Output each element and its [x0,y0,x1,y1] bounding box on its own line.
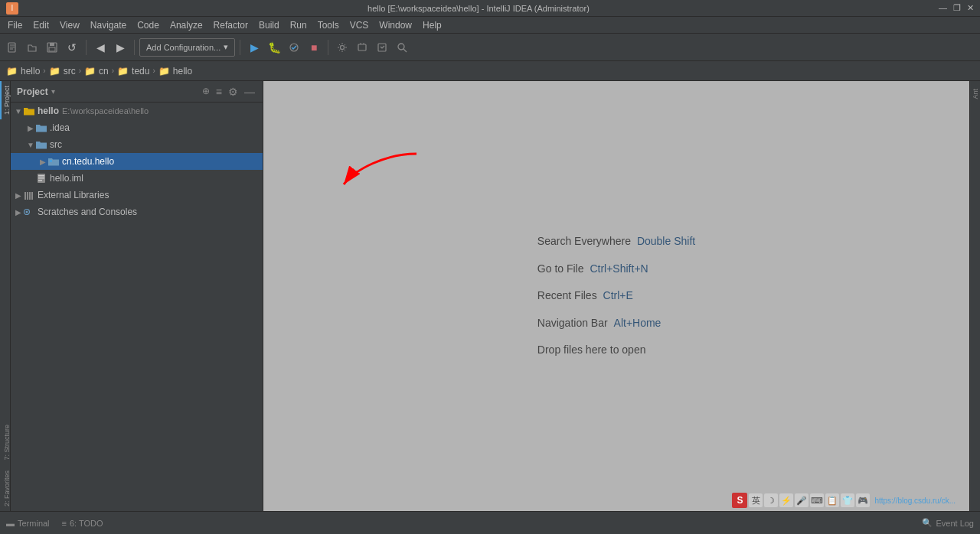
sync-btn[interactable]: ↺ [63,38,81,57]
settings-icon[interactable]: ⚙ [227,84,240,99]
scratches-icon [23,206,35,218]
navigation-bar: 📁 hello › 📁 src › 📁 cn › 📁 tedu › 📁 hell… [0,61,980,81]
ant-tab[interactable]: Ant [970,84,981,104]
toggle-package[interactable]: ▶ [38,158,47,166]
tree-row[interactable]: ▼ hello E:\workspaceidea\hello [11,103,263,119]
run-btn[interactable]: ▶ [245,38,263,57]
terminal-status[interactable]: ▬ Terminal [6,519,50,528]
tree-row[interactable]: ▶ cn.tedu.hello [11,153,263,170]
ime-moon-icon[interactable]: ☽ [764,493,778,507]
toggle-scratches[interactable]: ▶ [14,208,23,217]
tree-row[interactable]: ▶ External Libraries [11,187,263,204]
menu-navigate[interactable]: Navigate [86,18,131,32]
library-icon [23,189,35,201]
ime-lang-icon[interactable]: 英 [749,493,763,507]
app-icon: I [6,2,18,15]
tree-label: cn.tedu.hello [62,156,114,167]
recent-files-hint: Recent Files Ctrl+E [537,288,695,304]
toggle-idea[interactable]: ▶ [26,124,35,132]
nav-hello[interactable]: hello [21,66,40,77]
tree-row[interactable]: ▶ Scratches and Consoles [11,204,263,220]
maximize-button[interactable]: ❐ [953,3,961,13]
go-to-file-hint: Go to File Ctrl+Shift+N [537,262,695,277]
ime-skin-icon[interactable]: 👕 [841,493,854,507]
tree-row[interactable]: ▼ src [11,136,263,153]
minimize-button[interactable]: — [939,3,947,13]
nav-hello2-icon: 📁 [158,66,170,77]
tree-row[interactable]: ▶ hello.iml [11,170,263,187]
back-btn[interactable]: ◀ [91,38,109,57]
menu-edit[interactable]: Edit [28,18,54,32]
menu-run[interactable]: Run [286,18,312,32]
close-button[interactable]: ✕ [967,3,974,13]
menu-build[interactable]: Build [254,18,284,32]
todo-status[interactable]: ≡ 6: TODO [62,519,103,528]
save-btn[interactable] [43,38,61,57]
status-right: 🔍 Event Log [922,518,974,528]
menu-window[interactable]: Window [374,18,416,32]
menu-vcs[interactable]: VCS [345,18,374,32]
project-tree: ▼ hello E:\workspaceidea\hello ▶ .idea ▼ [11,103,263,511]
svg-rect-12 [378,44,386,51]
blog-url[interactable]: https://blog.csdu.ru/ck... [874,497,956,505]
new-project-btn[interactable] [3,38,21,57]
toggle-ext[interactable]: ▶ [14,191,23,200]
toggle-src[interactable]: ▼ [26,141,35,149]
menu-refactor[interactable]: Refactor [209,18,253,32]
annotation-arrow [340,146,432,192]
commit-btn[interactable] [373,38,391,57]
favorites-tab[interactable]: 2: Favorites [0,466,10,511]
structure-tab[interactable]: 7: Structure [0,420,12,465]
project-tab[interactable]: 1: Project [0,81,10,119]
locate-icon[interactable]: ⊕ [201,84,211,99]
svg-rect-22 [29,192,31,200]
main-area: 1: Project 2: Favorites Project ▾ ⊕ ≡ ⚙ … [0,81,980,511]
sdk-btn[interactable] [353,38,371,57]
scratches-label: Scratches and Consoles [38,207,137,217]
svg-rect-19 [38,180,42,181]
ime-keyboard-icon[interactable]: ⌨ [810,493,824,507]
add-configuration-button[interactable]: Add Configuration... ▾ [139,38,235,57]
menu-code[interactable]: Code [132,18,164,32]
tree-label: External Libraries [38,190,109,200]
ime-bolt-icon[interactable]: ⚡ [779,493,793,507]
run-with-coverage-btn[interactable] [285,38,303,57]
ime-s-icon[interactable]: S [732,493,747,508]
open-btn[interactable] [23,38,41,57]
filter-icon[interactable]: ≡ [214,84,224,99]
ime-mic-icon[interactable]: 🎤 [795,493,808,507]
nav-cn-icon: 📁 [84,66,96,77]
menu-view[interactable]: View [55,18,84,32]
debug-btn[interactable]: 🐛 [265,38,283,57]
menu-analyze[interactable]: Analyze [165,18,207,32]
forward-btn[interactable]: ▶ [111,38,129,57]
svg-rect-9 [358,44,366,50]
package-icon [47,155,60,168]
menu-file[interactable]: File [3,18,27,32]
svg-point-25 [26,211,28,213]
svg-line-14 [403,49,407,52]
event-log-status[interactable]: 🔍 Event Log [922,518,974,528]
tree-label: hello [38,106,59,116]
search-icon: 🔍 [922,518,933,528]
stop-btn[interactable]: ■ [305,38,323,57]
svg-rect-5 [50,43,54,46]
edit-configs-btn[interactable] [333,38,351,57]
ime-clipboard-icon[interactable]: 📋 [825,493,839,507]
minimize-panel-icon[interactable]: — [243,84,256,99]
window-title: hello [E:\workspaceidea\hello] - Intelli… [18,4,939,13]
nav-src[interactable]: src [64,66,76,77]
nav-hello2[interactable]: hello [173,66,192,77]
menu-tools[interactable]: Tools [313,18,344,32]
ime-game-icon[interactable]: 🎮 [856,493,870,507]
search-everywhere-hint: Search Everywhere Double Shift [537,234,695,249]
toolbar-sep-4 [328,40,328,55]
tree-row[interactable]: ▶ .idea [11,119,263,136]
nav-tedu[interactable]: tedu [132,66,149,77]
right-sidebar: Ant [969,81,980,511]
search-everywhere-btn[interactable] [393,38,411,57]
menu-help[interactable]: Help [418,18,446,32]
toggle-hello[interactable]: ▼ [14,107,23,116]
project-panel: Project ▾ ⊕ ≡ ⚙ — ▼ hello E:\workspaceid… [11,81,263,511]
nav-cn[interactable]: cn [99,66,109,77]
